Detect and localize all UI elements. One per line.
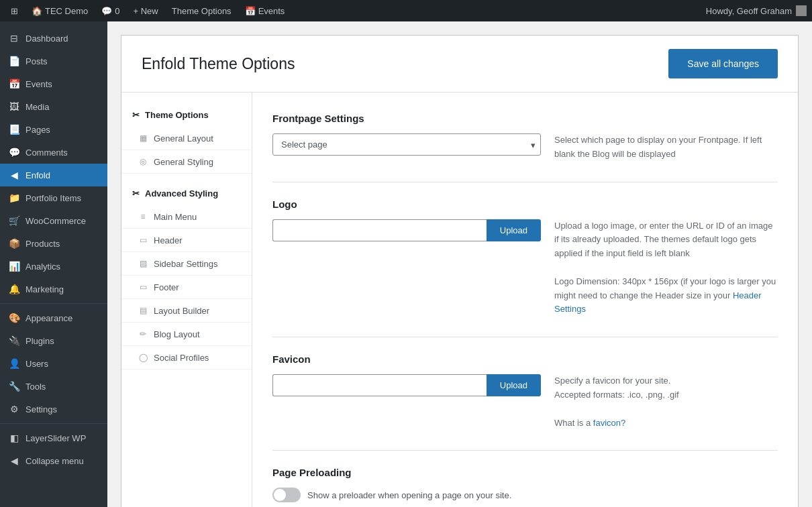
calendar-icon: 📅 <box>245 6 256 16</box>
submenu-section1-title: ✂ Theme Options <box>121 103 252 127</box>
styling-icon: ◎ <box>138 156 148 167</box>
submenu-sidebar-settings[interactable]: ▧ Sidebar Settings <box>121 252 252 276</box>
save-all-button[interactable]: Save all changes <box>668 49 778 78</box>
sidebar-item-pages[interactable]: 📃 Pages <box>0 118 107 141</box>
media-icon: 🖼 <box>8 101 20 113</box>
sidebar-item-enfold[interactable]: ◀ Enfold <box>0 164 107 186</box>
favicon-description: Specify a favicon for your site. Accepte… <box>554 374 778 430</box>
appearance-icon: 🎨 <box>8 312 20 324</box>
scissors2-icon: ✂ <box>132 188 140 199</box>
sidebar-item-portfolio[interactable]: 📁 Portfolio Items <box>0 186 107 209</box>
logo-title: Logo <box>272 199 778 210</box>
divider-2 <box>272 337 778 337</box>
events-icon: 📅 <box>8 78 20 90</box>
wp-logo[interactable]: ⊞ <box>5 0 23 21</box>
settings-area: Frontpage Settings Select page ▾ <box>252 93 798 507</box>
builder-icon: ▤ <box>138 305 148 316</box>
woo-icon: 🛒 <box>8 215 20 227</box>
sidebar-item-woocommerce[interactable]: 🛒 WooCommerce <box>0 209 107 232</box>
sidebar-item-media[interactable]: 🖼 Media <box>0 95 107 118</box>
submenu-social-profiles[interactable]: ◯ Social Profiles <box>121 346 252 370</box>
admin-sidebar: ⊟ Dashboard 📄 Posts 📅 Events 🖼 Media 📃 P… <box>0 21 107 507</box>
sidebar-item-plugins[interactable]: 🔌 Plugins <box>0 329 107 352</box>
sidebar-item-settings[interactable]: ⚙ Settings <box>0 398 107 420</box>
comments-icon: 💬 <box>101 6 112 16</box>
logo-section: Logo Upload Upload a logo image, or ente… <box>272 199 778 317</box>
submenu-layout-builder[interactable]: ▤ Layout Builder <box>121 299 252 323</box>
admin-bar: ⊞ 🏠 TEC Demo 💬 0 + New Theme Options 📅 E… <box>0 0 812 21</box>
posts-icon: 📄 <box>8 55 20 67</box>
logo-upload-button[interactable]: Upload <box>487 219 541 241</box>
favicon-row: Upload Specify a favicon for your site. … <box>272 374 778 430</box>
favicon-link[interactable]: favicon? <box>593 418 625 428</box>
logo-input[interactable] <box>272 219 487 241</box>
adminbar-comments[interactable]: 💬 0 <box>96 0 125 21</box>
submenu-section2-title: ✂ Advanced Styling <box>121 182 252 205</box>
preloading-toggle-row: Show a preloader when opening a page on … <box>272 488 778 502</box>
sidebar-item-comments[interactable]: 💬 Comments <box>0 141 107 164</box>
comments-icon: 💬 <box>8 146 20 158</box>
logo-description: Upload a logo image, or enter the URL or… <box>554 219 778 317</box>
frontpage-title: Frontpage Settings <box>272 113 778 124</box>
favicon-input-group: Upload <box>272 374 541 396</box>
sidebar-item-layerslider[interactable]: ◧ LayerSlider WP <box>0 427 107 449</box>
frontpage-row: Select page ▾ Select which page to displ… <box>272 133 778 162</box>
divider-1 <box>272 182 778 182</box>
header-icon: ▭ <box>138 235 148 245</box>
preloading-section: Page Preloading Show a preloader when op… <box>272 467 778 502</box>
frontpage-select[interactable]: Select page <box>272 133 541 156</box>
submenu-general-layout[interactable]: ▦ General Layout <box>121 127 252 150</box>
adminbar-site-name[interactable]: 🏠 TEC Demo <box>26 0 93 21</box>
sidebar-item-users[interactable]: 👤 Users <box>0 352 107 375</box>
sidebar-item-collapse[interactable]: ◀ Collapse menu <box>0 449 107 472</box>
sidebar-icon: ▧ <box>138 258 148 269</box>
settings-icon: ⚙ <box>8 403 20 415</box>
sidebar-item-appearance[interactable]: 🎨 Appearance <box>0 306 107 329</box>
adminbar-theme-options[interactable]: Theme Options <box>166 0 237 21</box>
submenu-general-styling[interactable]: ◎ General Styling <box>121 150 252 174</box>
sidebar-item-products[interactable]: 📦 Products <box>0 232 107 255</box>
layerslider-icon: ◧ <box>8 432 20 444</box>
page-title: Enfold Theme Options <box>142 55 295 73</box>
main-content: Enfold Theme Options Save all changes ✂ … <box>107 21 812 507</box>
adminbar-user[interactable]: Howdy, Geoff Graham <box>706 5 807 16</box>
logo-row: Upload Upload a logo image, or enter the… <box>272 219 778 317</box>
preloading-toggle[interactable] <box>272 488 301 502</box>
preloading-title: Page Preloading <box>272 467 778 478</box>
panel-body: ✂ Theme Options ▦ General Layout ◎ Gener… <box>121 93 798 507</box>
submenu-blog-layout[interactable]: ✏ Blog Layout <box>121 323 252 346</box>
menu-icon: ≡ <box>138 211 148 222</box>
sidebar-item-marketing[interactable]: 🔔 Marketing <box>0 278 107 300</box>
user-avatar <box>796 5 807 16</box>
submenu: ✂ Theme Options ▦ General Layout ◎ Gener… <box>121 93 252 507</box>
frontpage-control: Select page ▾ <box>272 133 541 156</box>
home-icon: 🏠 <box>32 6 42 16</box>
enfold-icon: ◀ <box>8 169 20 181</box>
sidebar-item-events[interactable]: 📅 Events <box>0 72 107 95</box>
menu-divider-2 <box>0 423 107 424</box>
logo-input-group: Upload <box>272 219 541 241</box>
favicon-input[interactable] <box>272 374 487 396</box>
pages-icon: 📃 <box>8 123 20 135</box>
footer-icon: ▭ <box>138 282 148 292</box>
marketing-icon: 🔔 <box>8 283 20 295</box>
submenu-header[interactable]: ▭ Header <box>121 229 252 252</box>
submenu-main-menu[interactable]: ≡ Main Menu <box>121 205 252 229</box>
divider-3 <box>272 450 778 451</box>
sidebar-item-tools[interactable]: 🔧 Tools <box>0 375 107 398</box>
adminbar-events[interactable]: 📅 Events <box>240 0 291 21</box>
plugins-icon: 🔌 <box>8 335 20 347</box>
sidebar-item-analytics[interactable]: 📊 Analytics <box>0 255 107 278</box>
sidebar-item-dashboard[interactable]: ⊟ Dashboard <box>0 27 107 50</box>
menu-divider <box>0 303 107 304</box>
dashboard-icon: ⊟ <box>8 32 20 44</box>
blog-icon: ✏ <box>138 329 148 339</box>
favicon-upload-button[interactable]: Upload <box>487 374 541 396</box>
adminbar-new[interactable]: + New <box>128 0 164 21</box>
theme-options-panel: Enfold Theme Options Save all changes ✂ … <box>121 35 799 507</box>
social-icon: ◯ <box>138 352 148 363</box>
analytics-icon: 📊 <box>8 260 20 272</box>
sidebar-item-posts[interactable]: 📄 Posts <box>0 50 107 72</box>
preloading-toggle-label: Show a preloader when opening a page on … <box>307 490 511 500</box>
submenu-footer[interactable]: ▭ Footer <box>121 276 252 299</box>
